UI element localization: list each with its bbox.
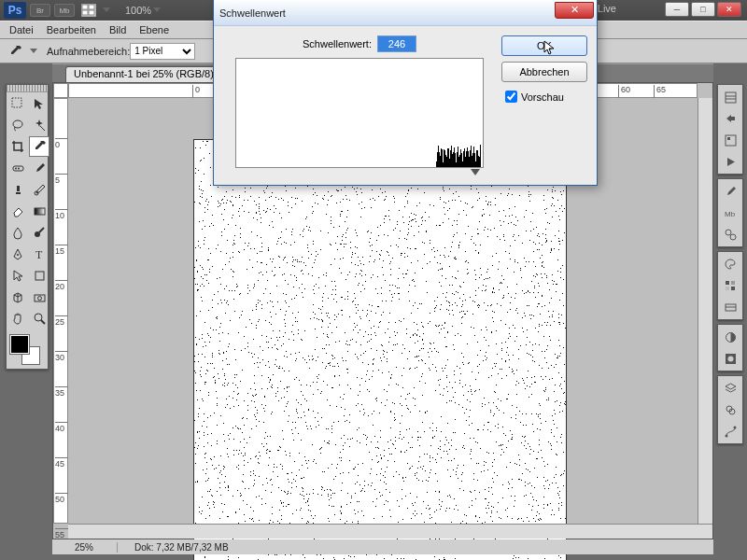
menu-bearbeiten[interactable]: Bearbeiten	[47, 24, 96, 35]
blur-tool-icon[interactable]	[7, 222, 28, 243]
schwellenwert-dialog: Schwellenwert ✕ Schwellenwert: OK Abbrec…	[213, 0, 598, 186]
move-tool-icon[interactable]	[7, 93, 28, 114]
play-panel-icon[interactable]	[721, 152, 740, 171]
svg-point-20	[35, 314, 42, 321]
horizontal-scrollbar[interactable]	[68, 524, 712, 539]
eraser-tool-icon[interactable]	[7, 201, 28, 221]
status-zoom[interactable]: 25%	[52, 542, 118, 553]
sample-size-select[interactable]: 1 Pixel	[130, 43, 195, 60]
vertical-ruler[interactable]: 051015202530354045505560	[53, 98, 68, 524]
minibridge-panel-icon[interactable]: Mb	[721, 203, 740, 222]
shape-tool-icon[interactable]	[29, 265, 49, 286]
arrow-tool-icon[interactable]	[29, 93, 49, 114]
pen-tool-icon[interactable]	[7, 244, 28, 264]
heal-tool-icon[interactable]	[7, 158, 28, 178]
zoom-tool-icon[interactable]	[29, 308, 49, 329]
history-brush-icon[interactable]	[29, 179, 49, 200]
menu-datei[interactable]: Datei	[9, 24, 34, 35]
window-controls: ─ □ ✕	[665, 2, 741, 17]
dialog-close-button[interactable]: ✕	[555, 2, 594, 19]
app-logo-icon: Ps	[4, 2, 26, 19]
svg-rect-22	[726, 92, 736, 103]
wand-tool-icon[interactable]	[29, 115, 49, 135]
dialog-title: Schwellenwert	[219, 7, 555, 19]
path-select-icon[interactable]	[7, 265, 28, 286]
svg-point-38	[727, 356, 733, 361]
gradient-tool-icon[interactable]	[29, 201, 49, 221]
chevron-down-icon[interactable]	[103, 7, 110, 13]
tools-palette: T	[6, 84, 49, 370]
arrange-docs-icon[interactable]	[78, 3, 99, 18]
svg-rect-25	[726, 135, 736, 146]
status-doc-size[interactable]: Dok: 7,32 MB/7,32 MB	[118, 542, 229, 553]
chevron-down-icon[interactable]	[153, 7, 161, 13]
foreground-color-swatch[interactable]	[10, 335, 29, 354]
svg-line-14	[39, 228, 44, 232]
svg-text:T: T	[35, 248, 43, 261]
adjust-panel-icon[interactable]	[721, 328, 740, 346]
actions-panel-icon[interactable]	[721, 109, 740, 128]
history-panel-icon[interactable]	[721, 88, 740, 106]
svg-point-42	[733, 426, 736, 428]
status-bar: 25% Dok: 7,32 MB/7,32 MB	[52, 539, 713, 554]
svg-text:Mb: Mb	[725, 210, 736, 218]
crop-tool-icon[interactable]	[7, 136, 28, 157]
styles-panel-icon[interactable]	[721, 298, 740, 316]
svg-rect-33	[731, 287, 735, 290]
fg-bg-swatch[interactable]	[8, 333, 46, 363]
schwellenwert-label: Schwellenwert:	[303, 38, 372, 49]
document-tab[interactable]: Unbenannt-1 bei 25% (RGB/8)	[65, 66, 222, 83]
dodge-tool-icon[interactable]	[29, 222, 49, 243]
minibridge-badge[interactable]: Mb	[54, 4, 75, 17]
zoom-readout[interactable]: 100%	[125, 5, 151, 16]
svg-point-6	[13, 120, 22, 128]
threshold-slider-icon[interactable]	[471, 169, 480, 175]
brush-tool-icon[interactable]	[29, 158, 49, 178]
vorschau-checkbox[interactable]	[505, 91, 517, 103]
svg-rect-26	[727, 137, 730, 140]
bridge-badge[interactable]: Br	[30, 4, 50, 17]
close-button[interactable]: ✕	[717, 2, 741, 17]
color-panel-icon[interactable]	[721, 255, 740, 273]
properties-panel-icon[interactable]	[721, 131, 740, 149]
ok-button[interactable]: OK	[501, 35, 587, 56]
swatches-panel-icon[interactable]	[721, 276, 740, 295]
camera-tool-icon[interactable]	[29, 287, 49, 307]
type-tool-icon[interactable]: T	[29, 244, 49, 264]
svg-line-7	[40, 126, 45, 131]
eyedropper-icon[interactable]	[7, 43, 24, 60]
brush-panel-icon[interactable]	[721, 182, 740, 201]
histogram[interactable]	[235, 58, 484, 168]
ruler-origin[interactable]	[53, 83, 68, 98]
mask-panel-icon[interactable]	[721, 349, 740, 368]
palette-grip[interactable]	[7, 85, 48, 92]
lasso-tool-icon[interactable]	[7, 115, 28, 135]
vertical-scrollbar[interactable]	[698, 98, 712, 524]
svg-point-19	[37, 296, 41, 300]
eyedropper-tool-icon[interactable]	[29, 136, 49, 157]
minimize-button[interactable]: ─	[665, 2, 689, 17]
3d-tool-icon[interactable]	[7, 287, 28, 307]
cursor-icon	[543, 40, 557, 57]
paths-panel-icon[interactable]	[721, 422, 740, 441]
hand-tool-icon[interactable]	[7, 308, 28, 329]
menu-bild[interactable]: Bild	[109, 24, 126, 35]
svg-rect-32	[726, 287, 729, 290]
svg-line-21	[41, 320, 45, 324]
stamp-tool-icon[interactable]	[7, 179, 28, 200]
menu-ebene[interactable]: Ebene	[139, 24, 169, 35]
cancel-button[interactable]: Abbrechen	[501, 62, 587, 82]
svg-point-15	[17, 254, 19, 256]
chevron-down-icon[interactable]	[30, 49, 37, 54]
dialog-titlebar[interactable]: Schwellenwert ✕	[214, 0, 597, 26]
clone-panel-icon[interactable]	[721, 225, 740, 244]
svg-rect-5	[12, 98, 21, 107]
layers-panel-icon[interactable]	[721, 379, 740, 398]
svg-rect-31	[731, 281, 735, 285]
maximize-button[interactable]: □	[691, 2, 715, 17]
channels-panel-icon[interactable]	[721, 400, 740, 419]
svg-point-41	[725, 434, 727, 437]
svg-rect-1	[82, 5, 88, 9]
schwellenwert-input[interactable]	[377, 35, 416, 52]
document-canvas[interactable]	[193, 139, 567, 560]
